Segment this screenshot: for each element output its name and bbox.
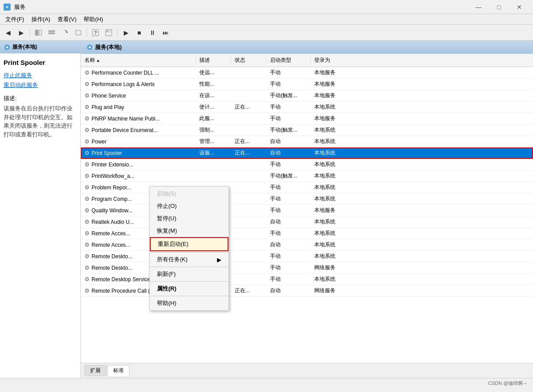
left-panel-title: 服务(本地) xyxy=(12,43,37,51)
gear-icon: ⚙ xyxy=(84,81,90,87)
service-name: Plug and Play xyxy=(91,104,124,110)
table-row[interactable]: ⚙ Portable Device Enumerat... 强制... 手动(触… xyxy=(81,124,533,136)
play-button[interactable]: ▶ xyxy=(120,27,132,38)
service-name: Power xyxy=(91,139,107,145)
table-row[interactable]: ⚙ Remote Acces... 自动 本地系统 xyxy=(81,239,533,251)
export-button[interactable] xyxy=(72,27,84,38)
gear-icon: ⚙ xyxy=(84,184,90,191)
service-name: Remote Procedure Call (R... xyxy=(91,288,158,294)
table-row[interactable]: ⚙ Performance Counter DLL ... 使远... 手动 本… xyxy=(81,67,533,79)
table-row[interactable]: ⚙ Performance Logs & Alerts 性能... 手动 本地服… xyxy=(81,79,533,90)
table-row[interactable]: ⚙ Remote Desktop Services ... 允许... 手动 本… xyxy=(81,274,533,285)
service-logon: 网络服务 xyxy=(311,286,355,295)
minimize-button[interactable]: — xyxy=(468,0,489,14)
properties-button[interactable] xyxy=(103,27,115,38)
ctx-all-tasks[interactable]: 所有任务(K)▶ xyxy=(150,253,228,266)
ctx-help[interactable]: 帮助(H) xyxy=(150,297,228,309)
left-panel-header: 服务(本地) xyxy=(0,41,80,53)
table-row[interactable]: ⚙ Print Spooler 该服... 正在... 自动 本地系统 xyxy=(81,147,533,159)
menu-action[interactable]: 操作(A) xyxy=(28,15,54,24)
service-desc: 性能... xyxy=(196,79,231,89)
svg-marker-6 xyxy=(66,31,67,33)
table-row[interactable]: ⚙ Plug and Play 使计... 正在... 手动 本地系统 xyxy=(81,102,533,113)
service-status: 正在... xyxy=(231,102,266,112)
maximize-button[interactable]: □ xyxy=(489,0,509,14)
table-row[interactable]: ⚙ Program Comp... 手动 本地系统 xyxy=(81,193,533,205)
ctx-start[interactable]: 启动(S) xyxy=(150,188,228,200)
right-panel-title: 服务(本地) xyxy=(95,43,122,51)
col-status[interactable]: 状态 xyxy=(231,56,266,65)
table-row[interactable]: ⚙ Remote Deskto... 手动 本地系统 xyxy=(81,251,533,262)
table-row[interactable]: ⚙ Phone Service 在设... 手动(触发... 本地服务 xyxy=(81,90,533,102)
service-logon: 本地系统 xyxy=(311,229,355,238)
stop-service-link[interactable]: 停止此服务 xyxy=(4,72,77,79)
col-startup[interactable]: 启动类型 xyxy=(266,56,311,65)
table-row[interactable]: ⚙ PNRP Machine Name Publ... 此服... 手动 本地服… xyxy=(81,113,533,124)
service-status xyxy=(231,256,266,257)
left-panel-content: Print Spooler 停止此服务 重启动此服务 描述: 该服务在后台执行打… xyxy=(0,53,80,378)
tab-standard[interactable]: 标准 xyxy=(107,365,129,376)
service-name: Performance Logs & Alerts xyxy=(91,81,155,87)
table-row[interactable]: ⚙ Problem Repor... 手动 本地系统 xyxy=(81,182,533,193)
table-row[interactable]: ⚙ PrintWorkflow_a... 手动(触发... 本地系统 xyxy=(81,170,533,182)
service-status xyxy=(231,187,266,188)
table-row[interactable]: ⚙ Quality Window... 手动 本地服务 xyxy=(81,205,533,216)
list-view-button[interactable] xyxy=(46,27,58,38)
service-status xyxy=(231,198,266,200)
col-desc[interactable]: 描述 xyxy=(196,56,231,65)
selected-service-name: Print Spooler xyxy=(4,59,77,66)
tab-expand[interactable]: 扩展 xyxy=(84,365,107,376)
forward-button[interactable]: ▶ xyxy=(15,27,27,38)
gear-icon: ⚙ xyxy=(84,150,90,156)
service-name: Remote Deskto... xyxy=(91,253,133,260)
menu-help[interactable]: 帮助(H) xyxy=(80,15,107,24)
bottom-tabs: 扩展 标准 xyxy=(81,363,533,378)
show-hide-button[interactable] xyxy=(32,27,45,38)
col-logon[interactable]: 登录为 xyxy=(311,56,355,65)
ctx-pause[interactable]: 暂停(U) xyxy=(150,212,228,225)
table-row[interactable]: ⚙ Realtek Audio U... 自动 本地系统 xyxy=(81,216,533,228)
service-name: Remote Acces... xyxy=(91,230,130,237)
service-name: Performance Counter DLL ... xyxy=(91,70,159,76)
service-status xyxy=(231,164,266,166)
service-name: Problem Repor... xyxy=(91,185,131,191)
pause-button[interactable]: ⏸ xyxy=(146,27,159,38)
table-row[interactable]: ⚙ Remote Acces... 手动 本地系统 xyxy=(81,228,533,239)
services-table-body[interactable]: ⚙ Performance Counter DLL ... 使远... 手动 本… xyxy=(81,67,533,363)
ctx-stop[interactable]: 停止(O) xyxy=(150,200,228,212)
service-startup: 手动 xyxy=(266,229,311,238)
table-row[interactable]: ⚙ Printer Extensio... 手动 本地系统 xyxy=(81,159,533,170)
table-row[interactable]: ⚙ Remote Deskto... 手动 网络服务 xyxy=(81,262,533,274)
restart-service-button[interactable]: ⏭ xyxy=(160,27,172,38)
stop-button[interactable]: ■ xyxy=(133,27,145,38)
ctx-refresh[interactable]: 刷新(F) xyxy=(150,268,228,280)
service-name-cell: ⚙ Phone Service xyxy=(81,91,196,100)
svg-rect-5 xyxy=(49,33,55,34)
separator-1 xyxy=(30,28,30,37)
col-name[interactable]: 名称 xyxy=(81,56,196,65)
table-row[interactable]: ⚙ Power 管理... 正在... 自动 本地系统 xyxy=(81,136,533,147)
service-desc: 使计... xyxy=(196,102,231,112)
ctx-restart[interactable]: 重新启动(E) xyxy=(150,237,228,251)
ctx-properties[interactable]: 属性(R) xyxy=(150,283,228,295)
service-name: Realtek Audio U... xyxy=(91,219,134,225)
table-row[interactable]: ⚙ Remote Procedure Call (R... RPC... 正在.… xyxy=(81,285,533,297)
svg-rect-4 xyxy=(49,30,55,32)
menu-file[interactable]: 文件(F) xyxy=(2,15,28,24)
svg-rect-7 xyxy=(76,30,81,35)
help-button[interactable]: ? xyxy=(89,27,102,38)
ctx-resume[interactable]: 恢复(M) xyxy=(150,225,228,237)
refresh-button[interactable] xyxy=(59,27,71,38)
gear-icon: ⚙ xyxy=(84,287,90,294)
service-status: 正在... xyxy=(231,137,266,146)
restart-service-link[interactable]: 重启动此服务 xyxy=(4,81,77,89)
menu-view[interactable]: 查看(V) xyxy=(54,15,80,24)
ctx-sep-4 xyxy=(150,296,228,296)
service-startup: 手动 xyxy=(266,102,311,112)
close-button[interactable]: ✕ xyxy=(509,0,529,14)
service-name-cell: ⚙ Performance Logs & Alerts xyxy=(81,80,196,88)
service-status xyxy=(231,175,266,177)
service-startup: 手动 xyxy=(266,79,311,89)
window-controls[interactable]: — □ ✕ xyxy=(468,0,529,14)
back-button[interactable]: ◀ xyxy=(2,27,14,38)
